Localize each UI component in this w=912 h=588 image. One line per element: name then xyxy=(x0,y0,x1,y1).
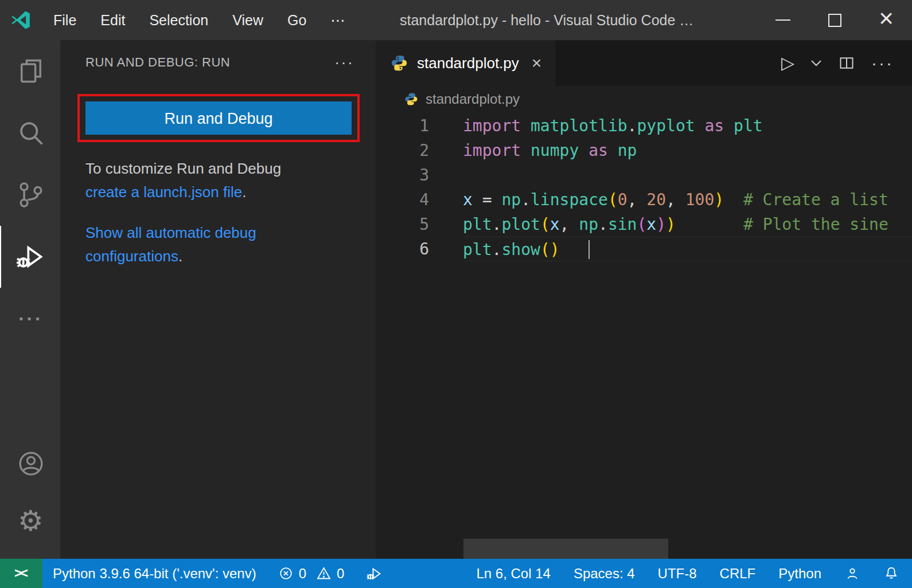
run-and-debug-button[interactable]: Run and Debug xyxy=(85,101,352,135)
python-file-icon xyxy=(404,92,418,106)
account-icon[interactable] xyxy=(0,435,60,492)
horizontal-scrollbar[interactable] xyxy=(463,539,668,559)
code-text[interactable]: import numpy as np xyxy=(463,138,912,163)
code-line[interactable]: 5plt.plot(x, np.sin(x)) # Plot the sine xyxy=(376,212,912,237)
breadcrumb[interactable]: standardplot.py xyxy=(376,86,912,112)
window-title: standardplot.py - hello - Visual Studio … xyxy=(400,0,693,40)
code-line[interactable]: 2import numpy as np xyxy=(376,138,912,163)
minimize-button[interactable] xyxy=(757,0,809,40)
error-count: 0 xyxy=(299,566,306,582)
menu-selection[interactable]: Selection xyxy=(137,0,220,40)
line-number[interactable]: 6 xyxy=(376,237,463,261)
menu-more[interactable]: ⋯ xyxy=(318,0,357,40)
run-file-icon[interactable]: ▷ xyxy=(781,54,794,72)
notifications-bell-icon[interactable] xyxy=(883,566,899,582)
eol-sequence[interactable]: CRLF xyxy=(720,566,756,582)
python-file-icon xyxy=(391,54,408,72)
warning-count: 0 xyxy=(337,566,344,582)
split-editor-icon[interactable] xyxy=(838,55,855,71)
sidebar-title: RUN AND DEBUG: RUN xyxy=(85,55,230,70)
code-area[interactable]: 1import matplotlib.pyplot as plt2import … xyxy=(376,112,912,261)
indentation[interactable]: Spaces: 4 xyxy=(574,566,635,582)
show-debug-configs-link[interactable]: Show all automatic debug configurations xyxy=(85,224,256,265)
cursor-position[interactable]: Ln 6, Col 14 xyxy=(476,566,550,582)
debug-icon[interactable] xyxy=(366,565,383,582)
line-number[interactable]: 1 xyxy=(376,113,463,138)
breadcrumb-item[interactable]: standardplot.py xyxy=(426,91,520,107)
encoding[interactable]: UTF-8 xyxy=(658,566,697,582)
status-bar: >< Python 3.9.6 64-bit ('.venv': venv) 0… xyxy=(0,559,912,588)
activity-bar: ··· ⚙ xyxy=(0,40,60,559)
line-number[interactable]: 4 xyxy=(376,187,463,212)
menu-go[interactable]: Go xyxy=(275,0,318,40)
search-icon[interactable] xyxy=(0,102,60,164)
language-mode[interactable]: Python xyxy=(778,566,821,582)
sidebar-header: RUN AND DEBUG: RUN ··· xyxy=(85,55,354,70)
code-text[interactable]: plt.plot(x, np.sin(x)) # Plot the sine xyxy=(463,212,912,237)
code-line[interactable]: 3 xyxy=(376,163,912,187)
more-views-icon[interactable]: ··· xyxy=(0,288,60,350)
run-debug-sidebar: RUN AND DEBUG: RUN ··· Run and Debug To … xyxy=(60,40,376,559)
run-dropdown-chevron-icon[interactable] xyxy=(810,60,822,67)
settings-gear-icon[interactable]: ⚙ xyxy=(0,492,60,550)
auto-debug-paragraph: Show all automatic debug configurations. xyxy=(85,221,309,268)
tab-bar: standardplot.py × ▷ ··· xyxy=(376,40,912,86)
code-line[interactable]: 6plt.show() xyxy=(376,237,912,261)
problems-indicator[interactable]: 0 0 xyxy=(278,566,345,582)
maximize-button[interactable] xyxy=(809,0,860,40)
editor-group: standardplot.py × ▷ ··· standardplot. xyxy=(376,40,912,559)
close-icon: × xyxy=(879,0,894,38)
tab-standardplot[interactable]: standardplot.py × xyxy=(376,40,555,86)
close-button[interactable]: × xyxy=(860,0,912,40)
editor-actions: ▷ ··· xyxy=(781,40,912,86)
tab-close-icon[interactable]: × xyxy=(532,54,542,72)
title-bar: File Edit Selection View Go ⋯ standardpl… xyxy=(0,0,912,40)
line-number[interactable]: 3 xyxy=(376,163,463,187)
error-icon xyxy=(278,566,294,581)
activity-bar-bottom: ⚙ xyxy=(0,435,60,550)
menu-view[interactable]: View xyxy=(220,0,275,40)
window-controls: × xyxy=(757,0,912,40)
code-line[interactable]: 1import matplotlib.pyplot as plt xyxy=(376,113,912,138)
line-number[interactable]: 2 xyxy=(376,138,463,163)
vscode-logo-icon xyxy=(0,9,41,31)
status-right: Ln 6, Col 14 Spaces: 4 UTF-8 CRLF Python xyxy=(476,566,912,582)
red-annotation-box: Run and Debug xyxy=(77,94,360,142)
warning-icon xyxy=(316,566,332,581)
feedback-icon[interactable] xyxy=(844,566,860,582)
customize-paragraph: To customize Run and Debug create a laun… xyxy=(85,157,353,204)
period: . xyxy=(178,248,182,265)
source-control-icon[interactable] xyxy=(0,164,60,226)
run-and-debug-icon[interactable] xyxy=(0,226,60,288)
create-launch-json-link[interactable]: create a launch.json file xyxy=(85,183,242,201)
customize-text: To customize Run and Debug xyxy=(85,160,281,177)
menu-file[interactable]: File xyxy=(41,0,88,40)
explorer-icon[interactable] xyxy=(0,40,60,102)
code-text[interactable]: import matplotlib.pyplot as plt xyxy=(463,113,912,138)
minimize-icon xyxy=(775,19,790,21)
code-text[interactable]: x = np.linspace(0, 20, 100) # Create a l… xyxy=(463,187,912,212)
code-text[interactable]: plt.show() xyxy=(463,237,912,261)
code-line[interactable]: 4x = np.linspace(0, 20, 100) # Create a … xyxy=(376,187,912,212)
maximize-icon xyxy=(828,14,841,27)
menu-edit[interactable]: Edit xyxy=(88,0,137,40)
menu-bar: File Edit Selection View Go ⋯ xyxy=(41,0,357,40)
text-cursor xyxy=(588,240,590,259)
tab-label: standardplot.py xyxy=(417,54,519,72)
remote-indicator[interactable]: >< xyxy=(0,559,42,588)
period: . xyxy=(242,183,246,201)
editor-more-actions-icon[interactable]: ··· xyxy=(871,53,894,73)
sidebar-more-actions-icon[interactable]: ··· xyxy=(334,58,354,66)
code-text[interactable] xyxy=(463,163,912,187)
status-left: Python 3.9.6 64-bit ('.venv': venv) 0 0 xyxy=(42,565,383,582)
python-interpreter[interactable]: Python 3.9.6 64-bit ('.venv': venv) xyxy=(53,566,256,582)
line-number[interactable]: 5 xyxy=(376,212,463,237)
